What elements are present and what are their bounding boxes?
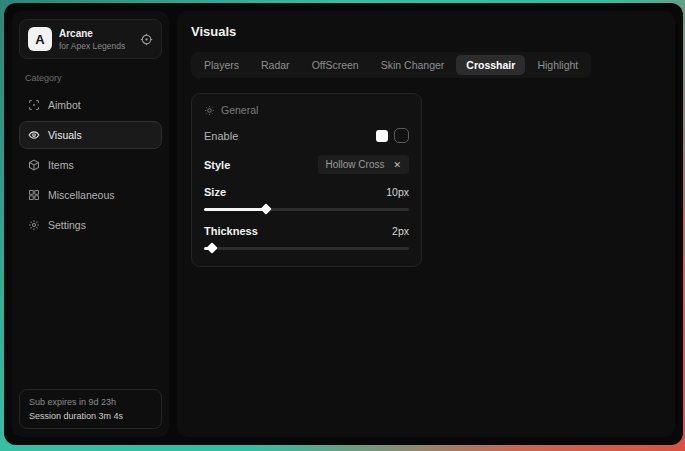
enable-label: Enable bbox=[204, 130, 238, 142]
profile-card[interactable]: A Arcane for Apex Legends bbox=[19, 19, 162, 59]
enable-controls bbox=[376, 128, 409, 143]
size-value: 10px bbox=[386, 186, 409, 198]
size-slider[interactable] bbox=[204, 206, 409, 213]
main-content: Visuals Players Radar OffScreen Skin Cha… bbox=[177, 11, 675, 437]
size-label: Size bbox=[204, 186, 226, 198]
style-selected-value: Hollow Cross bbox=[326, 159, 385, 170]
color-swatch[interactable] bbox=[376, 130, 388, 142]
tab-crosshair[interactable]: Crosshair bbox=[456, 55, 525, 75]
sidebar-nav: Aimbot Visuals Items bbox=[19, 91, 162, 239]
sidebar-item-settings[interactable]: Settings bbox=[19, 211, 162, 239]
sidebar-item-items[interactable]: Items bbox=[19, 151, 162, 179]
style-select[interactable]: Hollow Cross ✕ bbox=[318, 155, 409, 174]
visuals-tabbar: Players Radar OffScreen Skin Changer Cro… bbox=[191, 52, 591, 78]
sidebar-item-label: Miscellaneous bbox=[48, 189, 115, 201]
thickness-value: 2px bbox=[392, 225, 409, 237]
thickness-slider-track bbox=[204, 247, 409, 250]
sidebar: A Arcane for Apex Legends Category bbox=[12, 11, 169, 437]
subscription-info-card: Sub expires in 9d 23h Session duration 3… bbox=[19, 389, 162, 429]
page-title: Visuals bbox=[191, 24, 661, 39]
sidebar-item-aimbot[interactable]: Aimbot bbox=[19, 91, 162, 119]
panel-header: General bbox=[204, 104, 409, 116]
tab-skin-changer[interactable]: Skin Changer bbox=[371, 55, 455, 75]
profile-text: Arcane for Apex Legends bbox=[59, 28, 133, 51]
size-slider-thumb[interactable] bbox=[260, 203, 271, 214]
size-slider-fill bbox=[204, 208, 266, 211]
app-subtitle: for Apex Legends bbox=[59, 41, 133, 51]
sidebar-item-miscellaneous[interactable]: Miscellaneous bbox=[19, 181, 162, 209]
tab-radar[interactable]: Radar bbox=[251, 55, 300, 75]
sidebar-item-label: Aimbot bbox=[48, 99, 81, 111]
tab-offscreen[interactable]: OffScreen bbox=[302, 55, 369, 75]
app-name: Arcane bbox=[59, 28, 133, 39]
enable-checkbox[interactable] bbox=[394, 128, 409, 143]
session-duration-text: Session duration 3m 4s bbox=[29, 411, 152, 421]
tab-highlight[interactable]: Highlight bbox=[527, 55, 588, 75]
sidebar-item-label: Visuals bbox=[48, 129, 82, 141]
style-row: Style Hollow Cross ✕ bbox=[204, 155, 409, 174]
style-label: Style bbox=[204, 159, 230, 171]
category-label: Category bbox=[25, 73, 162, 83]
sub-expires-text: Sub expires in 9d 23h bbox=[29, 397, 152, 407]
gear-icon bbox=[28, 219, 40, 231]
thickness-label: Thickness bbox=[204, 225, 258, 237]
crosshair-target-icon bbox=[28, 99, 40, 111]
thickness-slider-thumb[interactable] bbox=[207, 242, 218, 253]
app-logo: A bbox=[28, 27, 52, 51]
sidebar-item-label: Settings bbox=[48, 219, 86, 231]
grid-icon bbox=[28, 189, 40, 201]
panel-header-label: General bbox=[221, 104, 258, 116]
size-row: Size 10px bbox=[204, 186, 409, 198]
close-icon[interactable]: ✕ bbox=[393, 160, 401, 170]
thickness-slider[interactable] bbox=[204, 245, 409, 252]
sidebar-item-label: Items bbox=[48, 159, 74, 171]
app-window: A Arcane for Apex Legends Category bbox=[4, 3, 683, 445]
thickness-row: Thickness 2px bbox=[204, 225, 409, 237]
target-icon[interactable] bbox=[140, 33, 153, 46]
tab-players[interactable]: Players bbox=[194, 55, 249, 75]
general-icon bbox=[204, 105, 215, 116]
cube-icon bbox=[28, 159, 40, 171]
eye-icon bbox=[28, 129, 40, 141]
general-panel: General Enable Style Hollow Cross ✕ Size… bbox=[191, 93, 422, 267]
sidebar-item-visuals[interactable]: Visuals bbox=[19, 121, 162, 149]
enable-row: Enable bbox=[204, 128, 409, 143]
